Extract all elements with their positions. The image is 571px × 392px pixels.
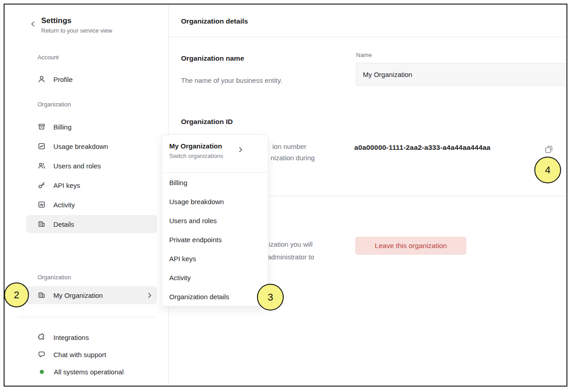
organization-name-description: The name of your business entity. bbox=[181, 76, 282, 85]
menu-item-activity[interactable]: Activity bbox=[162, 268, 268, 287]
sidebar-item-label: Activity bbox=[53, 201, 75, 209]
leave-description-fragment: ization you will bbox=[269, 240, 313, 249]
section-label-organization: Organization bbox=[38, 101, 71, 108]
footer-item-label: Integrations bbox=[53, 334, 89, 341]
billing-icon bbox=[38, 123, 46, 131]
menu-switch-organizations[interactable]: My Organization Switch organizations bbox=[162, 135, 268, 172]
menu-org-subtitle: Switch organizations bbox=[169, 152, 261, 160]
menu-item-users-and-roles[interactable]: Users and roles bbox=[162, 211, 268, 230]
settings-sidebar: Settings Return to your service view Acc… bbox=[5, 5, 169, 386]
puzzle-icon bbox=[38, 333, 46, 341]
sidebar-item-chat-with-support[interactable]: Chat with support bbox=[38, 350, 106, 359]
section-label-organization-switcher: Organization bbox=[38, 274, 71, 281]
back-to-service-link[interactable]: Settings Return to your service view bbox=[30, 16, 112, 34]
sidebar-item-details[interactable]: Details bbox=[26, 215, 157, 233]
sidebar-item-api-keys[interactable]: API keys bbox=[26, 176, 157, 194]
leave-organization-button[interactable]: Leave this organization bbox=[355, 237, 466, 255]
chevron-left-icon bbox=[30, 21, 35, 27]
organization-icon bbox=[38, 291, 46, 299]
key-icon bbox=[38, 181, 46, 189]
copy-icon bbox=[544, 144, 554, 154]
organization-id-description-fragment: nization during bbox=[271, 153, 315, 162]
sidebar-item-billing[interactable]: Billing bbox=[26, 118, 157, 136]
organization-icon bbox=[38, 220, 46, 228]
settings-subtitle: Return to your service view bbox=[41, 27, 112, 34]
app-window: Settings Return to your service view Acc… bbox=[4, 4, 567, 387]
sidebar-item-integrations[interactable]: Integrations bbox=[38, 333, 89, 342]
sidebar-item-label: Details bbox=[53, 220, 74, 228]
organization-id-value: a0a00000-1111-2aa2-a333-a4a44aa444aa bbox=[354, 143, 490, 152]
menu-org-name: My Organization bbox=[169, 142, 261, 151]
footer-item-label: Chat with support bbox=[53, 351, 106, 359]
sidebar-item-label: Users and roles bbox=[53, 162, 101, 170]
person-icon bbox=[38, 75, 46, 83]
sidebar-divider bbox=[18, 317, 156, 317]
sidebar-item-label: My Organization bbox=[53, 292, 103, 299]
sidebar-item-usage-breakdown[interactable]: Usage breakdown bbox=[26, 137, 157, 155]
settings-title: Settings bbox=[41, 16, 112, 25]
sidebar-item-profile[interactable]: Profile bbox=[26, 70, 157, 88]
sidebar-item-label: API keys bbox=[53, 182, 80, 189]
sidebar-item-label: Profile bbox=[53, 76, 73, 83]
annotation-badge-3: 3 bbox=[257, 284, 284, 311]
usage-chart-icon bbox=[38, 142, 46, 150]
sidebar-item-label: Usage breakdown bbox=[53, 143, 108, 150]
users-icon bbox=[38, 162, 46, 170]
menu-item-private-endpoints[interactable]: Private endpoints bbox=[162, 230, 268, 249]
page-title: Organization details bbox=[181, 17, 248, 25]
leave-description-fragment: administrator to bbox=[267, 253, 314, 261]
organization-name-input[interactable] bbox=[356, 63, 566, 86]
annotation-badge-4: 4 bbox=[534, 157, 561, 183]
activity-icon bbox=[38, 201, 46, 209]
sidebar-item-users-and-roles[interactable]: Users and roles bbox=[26, 157, 157, 175]
name-field-label: Name bbox=[356, 52, 372, 58]
sidebar-item-activity[interactable]: Activity bbox=[26, 196, 157, 214]
copy-organization-id-button[interactable] bbox=[544, 144, 554, 154]
menu-item-billing[interactable]: Billing bbox=[162, 173, 268, 192]
chevron-right-icon bbox=[239, 147, 243, 153]
organization-name-heading: Organization name bbox=[181, 54, 244, 62]
organization-id-description-fragment: ion number bbox=[272, 142, 306, 151]
system-status-link[interactable]: All systems operational bbox=[38, 367, 124, 376]
sidebar-item-label: Billing bbox=[53, 123, 71, 131]
chat-icon bbox=[38, 350, 46, 359]
menu-item-organization-details[interactable]: Organization details bbox=[162, 287, 268, 306]
annotation-badge-2: 2 bbox=[4, 282, 29, 307]
menu-item-usage-breakdown[interactable]: Usage breakdown bbox=[162, 192, 268, 211]
organization-menu: My Organization Switch organizations Bil… bbox=[162, 134, 268, 306]
section-label-account: Account bbox=[38, 54, 59, 61]
status-label: All systems operational bbox=[54, 368, 124, 376]
status-dot-icon bbox=[40, 370, 44, 374]
header-divider bbox=[169, 37, 566, 37]
menu-item-api-keys[interactable]: API keys bbox=[162, 249, 268, 268]
sidebar-item-my-organization[interactable]: My Organization bbox=[26, 286, 157, 304]
chevron-right-icon bbox=[148, 292, 152, 298]
organization-id-heading: Organization ID bbox=[181, 118, 233, 126]
